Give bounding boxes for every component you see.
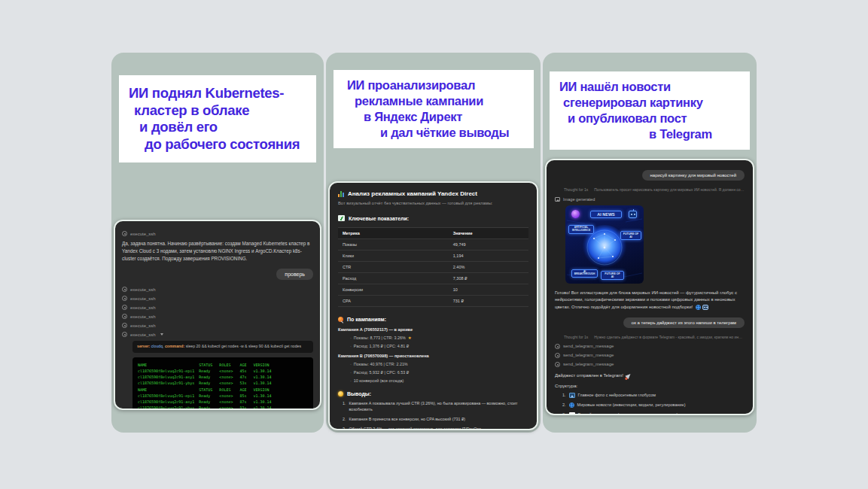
headline-line: в Telegram xyxy=(553,126,747,142)
ssh-command-bar: server: cloudq, command: sleep 20 && kub… xyxy=(132,341,313,352)
table-row: CPA 731 ₽ xyxy=(338,296,528,307)
tool-call-execute-ssh[interactable]: execute_ssh xyxy=(122,296,313,301)
image-panel-future-of-ai-bottom: FUTURE OF AI xyxy=(601,271,624,280)
globe-icon xyxy=(696,305,701,310)
tool-call-label: execute_ssh xyxy=(130,296,156,301)
tool-status-icon xyxy=(122,323,127,328)
card-kubernetes: ИИ поднял Kubernetes- кластер в облаке и… xyxy=(111,53,324,433)
campaign-b-name: Кампания B (706570098) — приостановлена xyxy=(338,354,528,358)
headline-line: и довёл его xyxy=(125,119,312,136)
report-title: Анализ рекламных кампаний Yandex Direct xyxy=(348,190,477,197)
thought-text: Нужно сделать дайджест в формате Telegra… xyxy=(594,335,745,339)
item-number: 3. xyxy=(562,412,566,415)
headline-line: ИИ проанализировал xyxy=(337,77,531,93)
item-text: Кампания А показывала лучший CTR (3.26%)… xyxy=(349,400,529,412)
thought-text: Пользователь просит нарисовать картинку … xyxy=(594,187,745,192)
assistant-message: Готово! Вот иллюстрация для блока мировы… xyxy=(555,290,745,311)
campaigns-heading: По кампаниям: xyxy=(347,317,386,322)
kpi-value: 731 ₽ xyxy=(449,296,528,306)
tool-call-label: send_telegram_message xyxy=(563,344,614,348)
report-screenshot: Анализ рекламных кампаний Yandex Direct … xyxy=(328,181,538,430)
globe-icon xyxy=(569,402,574,408)
console-line: NAME STATUS ROLES AGE VERSION xyxy=(138,387,308,393)
kpi-value: 1,194 xyxy=(449,251,528,261)
generated-ai-image[interactable]: AI NEWS ARTIFICIAL INTELLIGENCE FUTURE O… xyxy=(565,205,644,284)
bar-chart-icon xyxy=(338,191,344,197)
headline-line: кластер в облаке xyxy=(125,102,312,120)
tool-call-send-telegram-message[interactable]: send_telegram_message xyxy=(555,353,745,358)
structure-heading: Структура: xyxy=(555,384,745,388)
bullet-text: Показы: 8,773 | CTR: 3.26% xyxy=(354,336,406,340)
console-line: cl1876598f8elvuq2c91-ybys Ready <none> 5… xyxy=(138,380,308,386)
tool-call-label: execute_ssh xyxy=(130,333,156,337)
console-line: cl1876598f8elvuq2c91-epi1 Ready <none> 4… xyxy=(138,368,308,374)
image-panel-artificial-intelligence: ARTIFICIAL INTELLIGENCE xyxy=(568,225,594,234)
chart-up-icon xyxy=(338,215,345,221)
chat-screenshot: нарисуй картинку для мировый новостей Th… xyxy=(545,159,754,415)
console-line: cl1876598f8elvuq2c91-asy1 Ready <none> 4… xyxy=(138,374,308,380)
tool-call-send-telegram-message[interactable]: send_telegram_message xyxy=(555,344,745,349)
structure-item: 2. Мировые новости (инвестиции, модели, … xyxy=(555,402,745,408)
kpi-header-metric: Метрика xyxy=(338,228,449,238)
tool-call-execute-ssh[interactable]: execute_ssh xyxy=(122,305,313,310)
item-text: Главное фото с нейросетевым глобусом xyxy=(578,393,656,397)
kpi-value: 2.40% xyxy=(449,262,528,272)
headline-kubernetes: ИИ поднял Kubernetes- кластер в облаке и… xyxy=(119,75,316,162)
console-line: cl1876598f8elvuq2c91-asy1 Ready <none> 8… xyxy=(138,399,308,405)
table-row: Клики 1,194 xyxy=(338,251,528,262)
kpi-metric: Показы xyxy=(338,239,449,250)
robot-icon xyxy=(629,211,637,218)
image-panel-future-of-ai: FUTURE OF AI xyxy=(620,231,641,240)
server-value: cloudq, xyxy=(151,344,164,348)
campaign-a-bullet: Расход: 1,376 ₽ | CPC: 4.81 ₽ xyxy=(350,344,528,348)
item-number: 1. xyxy=(562,393,566,397)
item-text: Общий CTR 2.4% — это хороший показатель … xyxy=(349,426,482,430)
tool-call-label: execute_ssh xyxy=(130,287,156,292)
tool-call-label: execute_ssh xyxy=(130,305,156,310)
framed-picture-icon xyxy=(569,393,575,398)
robot-icon xyxy=(702,305,708,310)
tool-call-execute-ssh[interactable]: execute_ssh xyxy=(122,314,313,319)
kpi-header-value: Значение xyxy=(449,228,528,238)
tool-call-label: execute_ssh xyxy=(130,314,156,319)
conclusion-item: 1. Кампания А показывала лучший CTR (3.2… xyxy=(338,400,528,412)
structure-item: 3. Российские новости (государство, рыно… xyxy=(555,412,745,415)
kpi-metric: Расход xyxy=(338,273,449,284)
campaign-a-bullet: Показы: 8,773 | CTR: 3.26% ★ xyxy=(350,336,528,340)
tool-call-execute-ssh[interactable]: execute_ssh xyxy=(122,287,313,292)
card-yandex-direct: ИИ проанализировал рекламные кампании в … xyxy=(326,53,541,433)
headline-line: сгенерировал картинку xyxy=(553,95,747,111)
item-number: 3. xyxy=(343,426,346,430)
tool-call-execute-ssh[interactable]: execute_ssh xyxy=(122,231,313,236)
star-icon: ★ xyxy=(408,336,412,340)
thought-row[interactable]: Thought for 1s Нужно сделать дайджест в … xyxy=(555,335,745,339)
item-number: 2. xyxy=(562,402,566,407)
kpi-metric: Конверсии xyxy=(338,284,449,295)
tool-call-label: execute_ssh xyxy=(130,232,156,236)
purple-orb-icon xyxy=(571,210,580,218)
tool-status-icon xyxy=(122,305,127,310)
structure-item: 1. Главное фото с нейросетевым глобусом xyxy=(555,393,745,398)
pushpin-icon xyxy=(338,317,343,322)
image-generated-row: Image generated xyxy=(555,197,745,202)
tool-call-execute-ssh[interactable]: execute_ssh xyxy=(122,323,313,328)
kpi-metric: CPA xyxy=(338,296,449,306)
item-number: 1. xyxy=(343,400,346,412)
image-panel-ai-breakthrough: AI BREAKTHROUGH xyxy=(571,269,598,278)
command-value: sleep 20 && kubectl get nodes -w & sleep… xyxy=(186,344,301,348)
kpi-value: 7,308 ₽ xyxy=(449,273,528,284)
bullet-text: Расход: 1,376 ₽ | CPC: 4.81 ₽ xyxy=(354,344,409,348)
tool-status-icon xyxy=(122,332,127,337)
thought-row[interactable]: Thought for 1s Пользователь просит нарис… xyxy=(555,187,745,192)
kpi-table-header: Метрика Значение xyxy=(338,228,528,239)
campaign-a-name: Кампания А (706552117) — в архиве xyxy=(338,327,528,332)
kpi-value: 49,749 xyxy=(449,239,528,250)
kubectl-console-output: NAME STATUS ROLES AGE VERSION cl1876598f… xyxy=(132,357,313,410)
headline-telegram: ИИ нашёл новости сгенерировал картинку и… xyxy=(550,71,750,150)
tool-call-execute-ssh-expanded[interactable]: execute_ssh xyxy=(122,332,313,337)
framed-picture-icon xyxy=(555,197,560,202)
console-line: cl1876598f8elvuq2c91-epi1 Ready <none> 8… xyxy=(138,393,308,399)
tool-call-send-telegram-message[interactable]: send_telegram_message xyxy=(555,362,745,367)
headline-line: ИИ поднял Kubernetes- xyxy=(125,85,312,102)
image-panel-ai-news: AI NEWS xyxy=(590,211,622,218)
